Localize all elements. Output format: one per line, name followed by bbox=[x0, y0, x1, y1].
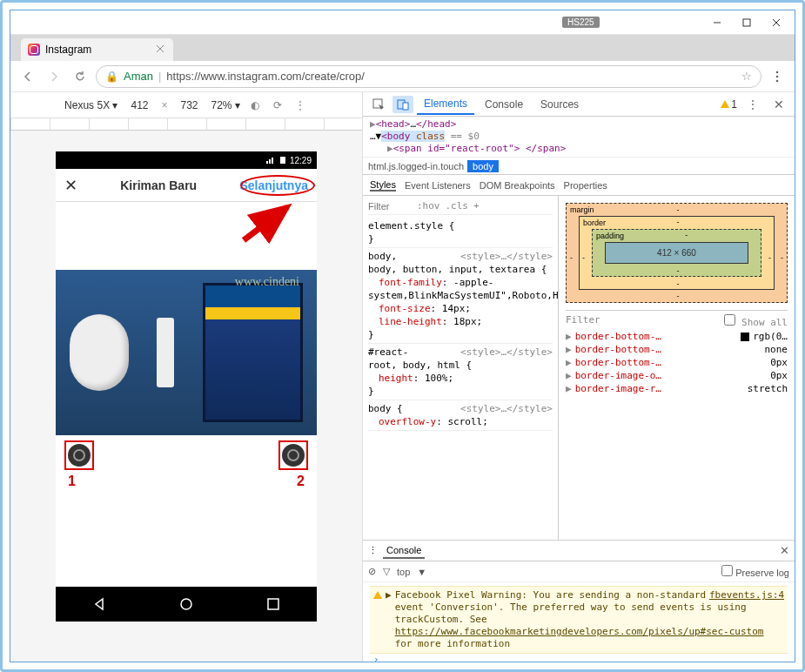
devtools-close-button[interactable]: ✕ bbox=[768, 97, 789, 111]
devtools-tabs: Elements Console Sources 1 ⋮ ✕ bbox=[363, 92, 795, 117]
device-width-input[interactable] bbox=[124, 99, 154, 111]
tab-strip: Instagram bbox=[10, 35, 795, 61]
window-minimize-button[interactable] bbox=[702, 13, 732, 32]
ruler bbox=[10, 118, 362, 131]
bookmark-icon[interactable]: ☆ bbox=[741, 70, 752, 83]
back-button[interactable] bbox=[17, 66, 38, 87]
breadcrumb[interactable]: html.js.logged-in.touch body bbox=[363, 158, 795, 175]
warnings-badge[interactable]: 1 bbox=[721, 98, 737, 111]
margin-box: margin -- -- border -- -- padding - 412 … bbox=[566, 203, 788, 303]
annotation-2: 2 bbox=[297, 474, 305, 489]
url-text: https://www.instagram.com/create/crop/ bbox=[166, 70, 736, 83]
show-all-checkbox[interactable] bbox=[724, 314, 735, 326]
window-close-button[interactable] bbox=[761, 13, 791, 32]
padding-box: padding - 412 × 660 - bbox=[592, 229, 761, 277]
subtab-styles[interactable]: Styles bbox=[370, 179, 396, 192]
computed-property-row[interactable]: ▶border-image-r…stretch bbox=[566, 382, 788, 395]
network-throttle-icon[interactable]: ◐ bbox=[247, 99, 263, 111]
console-filter-icon[interactable]: ▽ bbox=[383, 566, 390, 577]
warning-icon bbox=[373, 589, 382, 650]
app-header: ✕ Kiriman Baru Selanjutnya bbox=[56, 169, 317, 202]
crop-rotate-button[interactable] bbox=[278, 440, 308, 470]
computed-property-row[interactable]: ▶border-bottom-…0px bbox=[566, 356, 788, 369]
computed-property-row[interactable]: ▶border-image-o…0px bbox=[566, 369, 788, 382]
console-prompt[interactable]: › bbox=[370, 654, 788, 662]
devtools-panel: Elements Console Sources 1 ⋮ ✕ ▶<head>…<… bbox=[363, 92, 795, 662]
breadcrumb-html[interactable]: html.js.logged-in.touch bbox=[368, 161, 464, 171]
crop-resize-button[interactable] bbox=[64, 440, 94, 470]
drawer-close-button[interactable]: ✕ bbox=[780, 544, 789, 557]
hov-toggle[interactable]: :hov bbox=[417, 199, 440, 212]
android-back-icon[interactable] bbox=[91, 596, 107, 612]
svg-rect-9 bbox=[280, 157, 285, 164]
styles-filter-input[interactable] bbox=[368, 201, 412, 212]
android-navbar bbox=[56, 587, 317, 622]
annotation-circle bbox=[240, 175, 315, 196]
close-icon[interactable] bbox=[156, 44, 166, 55]
tab-sources[interactable]: Sources bbox=[533, 95, 586, 114]
tab-elements[interactable]: Elements bbox=[417, 94, 474, 115]
photo-object-package bbox=[203, 283, 303, 422]
window-maximize-button[interactable] bbox=[732, 13, 761, 32]
subtab-properties[interactable]: Properties bbox=[564, 180, 607, 191]
tab-console[interactable]: Console bbox=[478, 95, 530, 114]
photo-object-alarm bbox=[70, 314, 129, 391]
android-home-icon[interactable] bbox=[178, 596, 194, 612]
computed-property-row[interactable]: ▶border-bottom-…rgb(0… bbox=[566, 330, 788, 343]
clock-label: 12:29 bbox=[290, 156, 312, 165]
svg-point-11 bbox=[181, 599, 191, 609]
phone-frame: 12:29 ✕ Kiriman Baru Selanjutnya bbox=[56, 151, 317, 622]
cls-toggle[interactable]: .cls bbox=[446, 199, 469, 212]
devtools-menu-icon[interactable]: ⋮ bbox=[741, 95, 765, 114]
breadcrumb-body[interactable]: body bbox=[467, 160, 499, 172]
svg-point-8 bbox=[776, 79, 779, 82]
zoom-select[interactable]: 72% ▾ bbox=[211, 99, 240, 111]
add-rule-button[interactable]: + bbox=[473, 199, 480, 212]
drawer-console-tab[interactable]: Console bbox=[383, 543, 425, 559]
reload-button[interactable] bbox=[70, 66, 91, 87]
svg-rect-15 bbox=[403, 103, 408, 110]
device-toolbar: Nexus 5X ▾ × 72% ▾ ◐ ⟳ ⋮ bbox=[10, 92, 362, 118]
tab-instagram[interactable]: Instagram bbox=[21, 38, 173, 61]
photo-preview[interactable]: www.cindeni bbox=[56, 270, 317, 435]
subtab-dom-breakpoints[interactable]: DOM Breakpoints bbox=[480, 180, 555, 191]
photo-object-sensor bbox=[157, 318, 174, 387]
next-button[interactable]: Selanjutnya bbox=[239, 178, 308, 192]
dom-tree[interactable]: ▶<head>…</head> …▼<body class == $0 ▶<sp… bbox=[363, 117, 795, 158]
address-bar: 🔒 Aman | https://www.instagram.com/creat… bbox=[10, 61, 795, 92]
lock-icon: 🔒 bbox=[105, 71, 118, 83]
device-mode-icon[interactable] bbox=[392, 96, 413, 113]
drawer-menu-icon[interactable]: ⋮ bbox=[368, 545, 378, 556]
inspect-icon[interactable] bbox=[368, 96, 389, 113]
rotate-icon[interactable]: ⟳ bbox=[270, 99, 285, 111]
subtab-event-listeners[interactable]: Event Listeners bbox=[405, 180, 471, 191]
close-button[interactable]: ✕ bbox=[64, 176, 77, 195]
context-select[interactable]: top bbox=[397, 567, 410, 577]
device-menu-icon[interactable]: ⋮ bbox=[292, 99, 308, 111]
annotation-arrow bbox=[238, 202, 299, 245]
url-field[interactable]: 🔒 Aman | https://www.instagram.com/creat… bbox=[96, 65, 761, 88]
warning-source-link[interactable]: fbevents.js:4 bbox=[709, 589, 784, 601]
android-recent-icon[interactable] bbox=[265, 596, 281, 612]
window-badge: HS225 bbox=[562, 17, 600, 28]
chrome-menu-button[interactable] bbox=[767, 66, 788, 87]
preserve-log-checkbox[interactable] bbox=[721, 565, 733, 576]
styles-panel[interactable]: :hov .cls + element.style { } body,<styl… bbox=[363, 196, 559, 540]
clear-console-icon[interactable]: ⊘ bbox=[368, 566, 376, 577]
device-select[interactable]: Nexus 5X ▾ bbox=[64, 99, 117, 111]
forward-button[interactable] bbox=[44, 66, 64, 87]
svg-point-7 bbox=[776, 75, 779, 77]
signal-icon bbox=[265, 156, 276, 165]
annotation-1: 1 bbox=[68, 474, 76, 489]
computed-property-row[interactable]: ▶border-bottom-…none bbox=[566, 343, 788, 356]
console-warning-row[interactable]: ▶ fbevents.js:4 Facebook Pixel Warning: … bbox=[370, 586, 788, 654]
warning-link[interactable]: https://www.facebookmarketingdevelopers.… bbox=[395, 626, 764, 637]
styles-subtabs: Styles Event Listeners DOM Breakpoints P… bbox=[363, 175, 795, 196]
battery-icon bbox=[279, 156, 286, 165]
computed-filter-input[interactable]: Filter bbox=[566, 314, 600, 328]
tab-title: Instagram bbox=[45, 44, 91, 56]
svg-line-10 bbox=[244, 207, 287, 240]
device-height-input[interactable] bbox=[175, 99, 205, 111]
svg-rect-1 bbox=[743, 19, 750, 26]
content-box: 412 × 660 bbox=[605, 242, 748, 264]
